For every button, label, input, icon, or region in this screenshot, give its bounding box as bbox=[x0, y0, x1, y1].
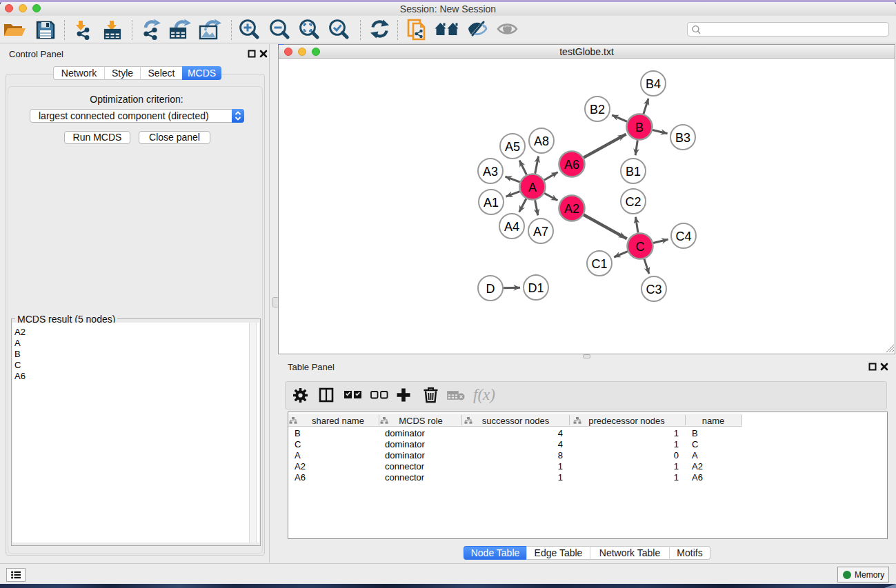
svg-text:A: A bbox=[528, 181, 537, 194]
svg-text:D: D bbox=[486, 282, 495, 296]
svg-text:A3: A3 bbox=[483, 165, 498, 179]
svg-text:A7: A7 bbox=[533, 225, 548, 239]
svg-text:C1: C1 bbox=[591, 257, 607, 271]
svg-text:B2: B2 bbox=[590, 103, 605, 116]
svg-text:C3: C3 bbox=[646, 283, 661, 296]
svg-text:B1: B1 bbox=[626, 165, 641, 179]
svg-text:A8: A8 bbox=[534, 134, 549, 148]
svg-text:A6: A6 bbox=[564, 158, 579, 172]
svg-text:A2: A2 bbox=[564, 202, 579, 216]
svg-text:B4: B4 bbox=[646, 77, 661, 91]
svg-text:C4: C4 bbox=[675, 230, 691, 243]
svg-text:A1: A1 bbox=[484, 196, 499, 210]
svg-text:D1: D1 bbox=[528, 281, 544, 295]
svg-text:A4: A4 bbox=[504, 220, 519, 234]
svg-text:C: C bbox=[636, 240, 645, 254]
svg-text:C2: C2 bbox=[625, 195, 641, 209]
svg-text:A5: A5 bbox=[505, 140, 520, 154]
svg-text:B: B bbox=[635, 121, 644, 134]
svg-text:B3: B3 bbox=[675, 131, 690, 145]
